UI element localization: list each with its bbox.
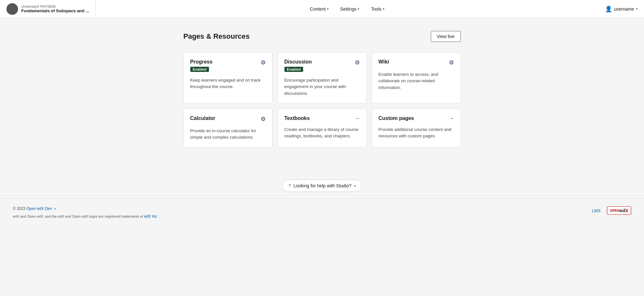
progress-description: Keep learners engaged and on track throu… — [190, 77, 266, 90]
wiki-card-header: Wiki ⚙ — [379, 59, 454, 66]
footer-copyright: © 2023 Open edX Dev ↗ — [13, 206, 159, 211]
footer-trademark: edX and Open edX, and the edX and Open e… — [13, 213, 159, 219]
cards-grid: Progress Enabled ⚙ Keep learners engaged… — [183, 52, 461, 147]
lms-link[interactable]: LMS — [592, 208, 600, 213]
course-avatar — [6, 3, 18, 15]
nav-content[interactable]: Content ▾ — [305, 4, 333, 14]
edx-inc-label: edX Inc — [144, 214, 157, 219]
discussion-card: Discussion Enabled ⚙ Encourage participa… — [278, 52, 367, 104]
username-label: username — [614, 6, 634, 12]
wiki-description: Enable learners to access, and collabora… — [379, 71, 454, 91]
nav-settings[interactable]: Settings ▾ — [336, 4, 364, 14]
course-title: Fundamentals of Subspace and ... — [21, 8, 89, 13]
trademark-text: edX and Open edX, and the edX and Open e… — [13, 214, 143, 218]
course-info: UniversityX PHYS835 Fundamentals of Subs… — [21, 5, 89, 13]
progress-title-area: Progress Enabled — [190, 59, 213, 72]
custom-pages-title-area: Custom pages — [379, 115, 414, 121]
nav-tools-chevron: ▾ — [383, 7, 384, 11]
textbooks-arrow-icon[interactable]: → — [355, 115, 360, 121]
progress-badge: Enabled — [190, 67, 209, 72]
discussion-badge: Enabled — [284, 67, 303, 72]
wiki-card: Wiki ⚙ Enable learners to access, and co… — [372, 52, 461, 104]
calculator-gear-icon[interactable]: ⚙ — [261, 115, 266, 123]
progress-gear-icon[interactable]: ⚙ — [261, 59, 266, 66]
user-menu-chevron: ▾ — [636, 7, 638, 11]
calculator-card: Calculator ⚙ Provide an in-course calcul… — [183, 109, 272, 148]
textbooks-card[interactable]: Textbooks → Create and manage a library … — [278, 109, 367, 148]
logo-edx-text: edX — [620, 208, 628, 213]
custom-pages-card[interactable]: Custom pages → Provide additional course… — [372, 109, 461, 148]
wiki-gear-icon[interactable]: ⚙ — [449, 59, 454, 66]
open-edx-logo: OPEN edX — [607, 206, 631, 215]
page-header: Pages & Resources View live — [183, 31, 461, 42]
nav-settings-chevron: ▾ — [358, 7, 359, 11]
nav-tools[interactable]: Tools ▾ — [366, 4, 389, 14]
top-navigation: UniversityX PHYS835 Fundamentals of Subs… — [0, 0, 644, 18]
custom-pages-arrow-icon[interactable]: → — [449, 115, 454, 121]
logo-x: X — [625, 208, 628, 213]
progress-card: Progress Enabled ⚙ Keep learners engaged… — [183, 52, 272, 104]
progress-title: Progress — [190, 59, 213, 65]
trademark-end: . — [158, 214, 159, 218]
nav-content-label: Content — [310, 6, 326, 12]
calculator-title-area: Calculator — [190, 115, 215, 121]
calculator-card-header: Calculator ⚙ — [190, 115, 266, 123]
user-menu[interactable]: 👤 username ▾ — [599, 5, 644, 13]
open-edx-dev-link[interactable]: Open edX Dev ↗ — [26, 206, 56, 211]
copyright-symbol: © 2023 — [13, 206, 25, 211]
help-chevron-icon: ▾ — [354, 184, 356, 188]
textbooks-card-header: Textbooks → — [284, 115, 360, 121]
textbooks-description: Create and manage a library of course re… — [284, 126, 360, 140]
course-university: UniversityX PHYS835 — [21, 5, 89, 8]
custom-pages-description: Provide additional course content and re… — [379, 126, 454, 140]
textbooks-title: Textbooks — [284, 115, 310, 121]
help-button[interactable]: ? Looking for help with Studio? ▾ — [282, 180, 362, 192]
view-live-button[interactable]: View live — [431, 31, 461, 42]
course-brand[interactable]: UniversityX PHYS835 Fundamentals of Subs… — [0, 0, 96, 18]
custom-pages-card-header: Custom pages → — [379, 115, 454, 121]
calculator-description: Provide an in-course calculator for simp… — [190, 128, 266, 141]
footer-left: © 2023 Open edX Dev ↗ edX and Open edX, … — [13, 206, 159, 219]
discussion-card-header: Discussion Enabled ⚙ — [284, 59, 360, 72]
discussion-gear-icon[interactable]: ⚙ — [355, 59, 360, 66]
wiki-title-area: Wiki — [379, 59, 389, 65]
page-title: Pages & Resources — [183, 32, 250, 41]
textbooks-title-area: Textbooks — [284, 115, 310, 121]
discussion-title: Discussion — [284, 59, 312, 65]
discussion-description: Encourage participation and engagement i… — [284, 77, 360, 97]
nav-links: Content ▾ Settings ▾ Tools ▾ — [96, 4, 599, 14]
open-edx-dev-label: Open edX Dev — [26, 206, 52, 211]
nav-content-chevron: ▾ — [327, 7, 329, 11]
footer: © 2023 Open edX Dev ↗ edX and Open edX, … — [0, 198, 644, 227]
edx-inc-link[interactable]: edX Inc — [144, 214, 158, 219]
nav-settings-label: Settings — [340, 6, 357, 12]
discussion-title-area: Discussion Enabled — [284, 59, 312, 72]
progress-card-header: Progress Enabled ⚙ — [190, 59, 266, 72]
footer-right: LMS OPEN edX — [592, 206, 631, 215]
wiki-title: Wiki — [379, 59, 389, 65]
help-bar: ? Looking for help with Studio? ▾ — [0, 173, 644, 198]
user-icon: 👤 — [605, 5, 612, 13]
logo-open-text: OPEN — [610, 209, 620, 212]
main-content: Pages & Resources View live Progress Ena… — [177, 18, 467, 173]
nav-tools-label: Tools — [371, 6, 381, 12]
calculator-title: Calculator — [190, 115, 215, 121]
help-question-icon: ? — [288, 183, 291, 188]
help-label: Looking for help with Studio? — [293, 183, 352, 188]
external-link-icon: ↗ — [54, 207, 56, 211]
custom-pages-title: Custom pages — [379, 115, 414, 121]
